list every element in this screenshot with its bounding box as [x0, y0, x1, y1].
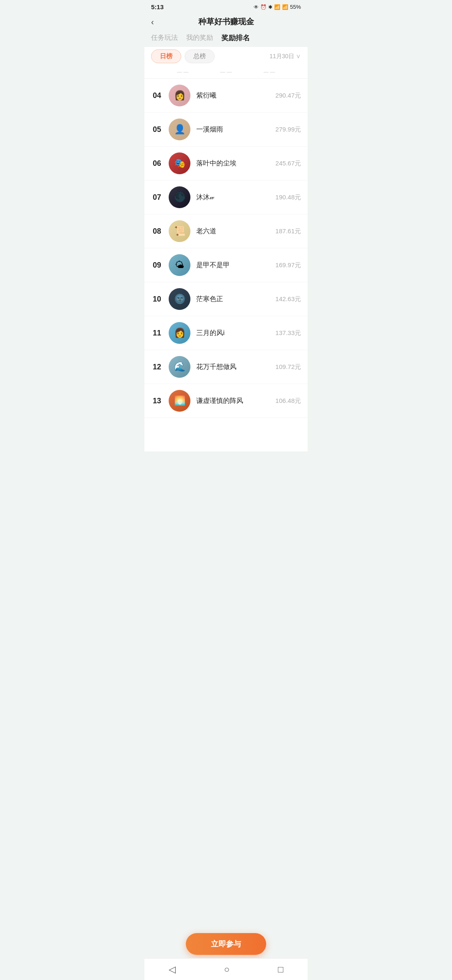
user-name: 三月的风i	[196, 329, 270, 338]
bluetooth-icon: ✱	[268, 4, 272, 10]
date-filter[interactable]: 11月30日 ∨	[270, 53, 301, 60]
avatar: 🌅	[169, 390, 190, 412]
top-hint-2: — —	[220, 69, 231, 75]
user-name: 落叶中的尘埃	[196, 159, 270, 168]
avatar: 🌑	[169, 186, 190, 208]
user-name: 老六道	[196, 227, 270, 236]
rank-item: 05 👤 一溪烟雨 279.99元	[144, 113, 308, 147]
rank-item: 07 🌑 沐沐𝓌 190.48元	[144, 181, 308, 214]
rank-item: 10 🌚 茫寒色正 142.63元	[144, 282, 308, 316]
user-name: 茫寒色正	[196, 295, 270, 304]
avatar: 🎭	[169, 152, 190, 174]
header: ‹ 种草好书赚现金	[144, 12, 308, 31]
reward-amount: 279.99元	[275, 126, 301, 134]
avatar: 🌊	[169, 356, 190, 378]
signal-icon: 📶	[282, 4, 288, 10]
reward-amount: 109.72元	[275, 363, 301, 371]
rank-number: 08	[151, 227, 163, 236]
nav-tabs: 任务玩法 我的奖励 奖励排名	[144, 31, 308, 47]
rank-item: 11 👩 三月的风i 137.33元	[144, 316, 308, 350]
subtab-total[interactable]: 总榜	[185, 49, 215, 63]
sub-tabs-row: 日榜 总榜 11月30日 ∨	[144, 47, 308, 67]
reward-amount: 187.61元	[275, 227, 301, 235]
rank-number: 04	[151, 91, 163, 100]
rank-number: 12	[151, 363, 163, 371]
rank-number: 07	[151, 193, 163, 202]
alarm-icon: ⏰	[260, 4, 267, 10]
rank-number: 13	[151, 397, 163, 405]
rank-number: 06	[151, 159, 163, 168]
subtab-daily[interactable]: 日榜	[151, 49, 181, 63]
avatar: 📜	[169, 220, 190, 242]
top-hint-1: — —	[177, 69, 188, 75]
top-hint-3: — —	[264, 69, 275, 75]
reward-amount: 106.48元	[275, 397, 301, 405]
tab-tasks[interactable]: 任务玩法	[151, 34, 178, 42]
rank-number: 11	[151, 329, 163, 338]
page-title: 种草好书赚现金	[198, 16, 254, 27]
rank-number: 09	[151, 261, 163, 270]
rank-number: 05	[151, 125, 163, 134]
user-name: 花万千想做风	[196, 363, 270, 371]
status-bar: 5:13 👁 ⏰ ✱ 📶 📶 55%	[144, 0, 308, 12]
reward-amount: 137.33元	[275, 329, 301, 337]
user-name: 一溪烟雨	[196, 125, 270, 134]
reward-amount: 190.48元	[275, 193, 301, 201]
rank-item: 08 📜 老六道 187.61元	[144, 214, 308, 248]
rank-list: — — — — — — 04 👩 紫衍曦 290.47元 05 👤 一溪烟雨 2…	[144, 67, 308, 451]
rank-item: 13 🌅 谦虚谨慎的阵风 106.48元	[144, 384, 308, 418]
avatar: 👩	[169, 322, 190, 344]
reward-amount: 290.47元	[275, 92, 301, 100]
back-button[interactable]: ‹	[151, 17, 154, 27]
rank-item: 04 👩 紫衍曦 290.47元	[144, 79, 308, 113]
user-name: 谦虚谨慎的阵风	[196, 397, 270, 405]
eye-icon: 👁	[254, 4, 259, 10]
status-time: 5:13	[151, 3, 164, 10]
user-name: 是甲不是甲	[196, 261, 270, 270]
avatar: 👤	[169, 119, 190, 140]
reward-amount: 142.63元	[275, 295, 301, 303]
rank-item: 09 🌤 是甲不是甲 169.97元	[144, 248, 308, 282]
reward-amount: 245.67元	[275, 160, 301, 168]
tab-ranking[interactable]: 奖励排名	[221, 33, 250, 43]
avatar: 🌚	[169, 288, 190, 310]
sub-tabs: 日榜 总榜	[151, 49, 215, 63]
rank-item: 12 🌊 花万千想做风 109.72元	[144, 350, 308, 384]
user-name: 紫衍曦	[196, 91, 270, 100]
top-hints-row: — — — — — —	[144, 67, 308, 79]
tab-rewards[interactable]: 我的奖励	[186, 34, 213, 42]
avatar: 🌤	[169, 254, 190, 276]
reward-amount: 169.97元	[275, 261, 301, 269]
battery-level: 55%	[290, 4, 301, 10]
status-icons: 👁 ⏰ ✱ 📶 📶 55%	[254, 4, 301, 10]
wifi-icon: 📶	[274, 4, 280, 10]
avatar: 👩	[169, 85, 190, 106]
user-name: 沐沐𝓌	[196, 193, 270, 202]
rank-item: 06 🎭 落叶中的尘埃 245.67元	[144, 147, 308, 181]
rank-number: 10	[151, 295, 163, 304]
